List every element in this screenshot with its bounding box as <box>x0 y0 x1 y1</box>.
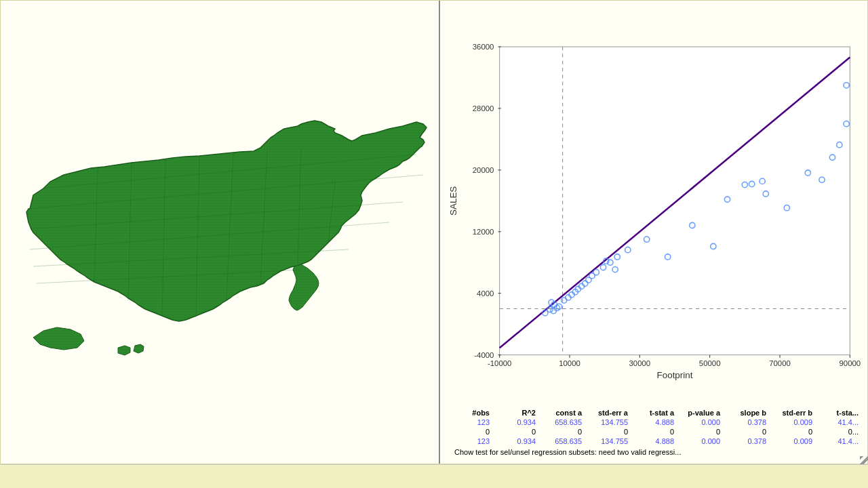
row3-const: 658.635 <box>541 437 582 445</box>
resize-handle[interactable] <box>860 456 868 464</box>
scatter-plot-area: 36000 28000 20000 12000 4000 <box>443 4 864 405</box>
y-axis-label: SALES <box>448 186 458 216</box>
usa-map <box>9 87 430 378</box>
row3-tstat-b: 41.4... <box>818 437 859 445</box>
stats-header-row: #obs R^2 const a std-err a t-stat a p-va… <box>449 409 859 417</box>
row1-obs: 123 <box>449 418 490 426</box>
row2-pval-a: 0 <box>679 428 720 436</box>
header-obs: #obs <box>449 409 490 417</box>
scatter-plot-svg: 36000 28000 20000 12000 4000 <box>443 4 864 405</box>
map-panel <box>1 1 440 464</box>
row2-stderr-a: 0 <box>587 428 628 436</box>
row2-const: 0 <box>541 428 582 436</box>
row1-r2: 0.934 <box>495 418 536 426</box>
svg-text:10000: 10000 <box>559 359 580 367</box>
row1-slope: 0.378 <box>726 418 766 426</box>
header-pval-a: p-value a <box>679 409 720 417</box>
header-stderr-b: std-err b <box>772 409 812 417</box>
row3-obs: 123 <box>449 437 490 445</box>
svg-text:-10000: -10000 <box>488 359 511 367</box>
row2-stderr-b: 0 <box>772 428 812 436</box>
x-axis-label: Footprint <box>657 370 693 380</box>
row1-pval-a: 0.000 <box>679 418 720 426</box>
row2-tstat-b: 0... <box>818 428 859 436</box>
row3-stderr-a: 134.755 <box>587 437 628 445</box>
row3-r2: 0.934 <box>495 437 536 445</box>
stats-row-2: 0 0 0 0 0 0 0 0 0... <box>449 428 859 436</box>
stats-table: #obs R^2 const a std-err a t-stat a p-va… <box>443 405 864 460</box>
svg-text:90000: 90000 <box>840 359 861 367</box>
row3-slope: 0.378 <box>726 437 766 445</box>
svg-text:12000: 12000 <box>473 228 494 236</box>
row2-tstat-a: 0 <box>633 428 674 436</box>
bottom-bar <box>0 464 868 488</box>
svg-text:28000: 28000 <box>473 104 494 113</box>
svg-text:30000: 30000 <box>629 359 651 367</box>
stats-row-1: 123 0.934 658.635 134.755 4.888 0.000 0.… <box>449 418 859 426</box>
header-stderr-a: std-err a <box>587 409 628 417</box>
header-const: const a <box>541 409 582 417</box>
row3-pval-a: 0.000 <box>679 437 720 445</box>
row3-stderr-b: 0.009 <box>772 437 812 445</box>
svg-text:-4000: -4000 <box>474 351 494 359</box>
header-slope: slope b <box>726 409 766 417</box>
svg-text:20000: 20000 <box>473 166 494 174</box>
row1-tstat-b: 41.4... <box>818 418 859 426</box>
row1-const: 658.635 <box>541 418 582 426</box>
header-tstat-b: t-sta... <box>818 409 859 417</box>
svg-text:36000: 36000 <box>473 43 494 51</box>
row1-stderr-b: 0.009 <box>772 418 812 426</box>
row1-tstat-a: 4.888 <box>633 418 674 426</box>
header-tstat-a: t-stat a <box>633 409 674 417</box>
row3-tstat-a: 4.888 <box>633 437 674 445</box>
svg-text:50000: 50000 <box>699 359 721 367</box>
row2-obs: 0 <box>449 428 490 436</box>
svg-text:4000: 4000 <box>477 289 494 298</box>
svg-text:70000: 70000 <box>769 359 791 367</box>
header-r2: R^2 <box>495 409 536 417</box>
row1-stderr-a: 134.755 <box>587 418 628 426</box>
row2-slope: 0 <box>726 428 766 436</box>
chart-panel: 36000 28000 20000 12000 4000 <box>440 1 867 464</box>
stats-row-3: 123 0.934 658.635 134.755 4.888 0.000 0.… <box>449 437 859 445</box>
chow-test-text: Chow test for sel/unsel regression subse… <box>449 447 859 458</box>
row2-r2: 0 <box>495 428 536 436</box>
